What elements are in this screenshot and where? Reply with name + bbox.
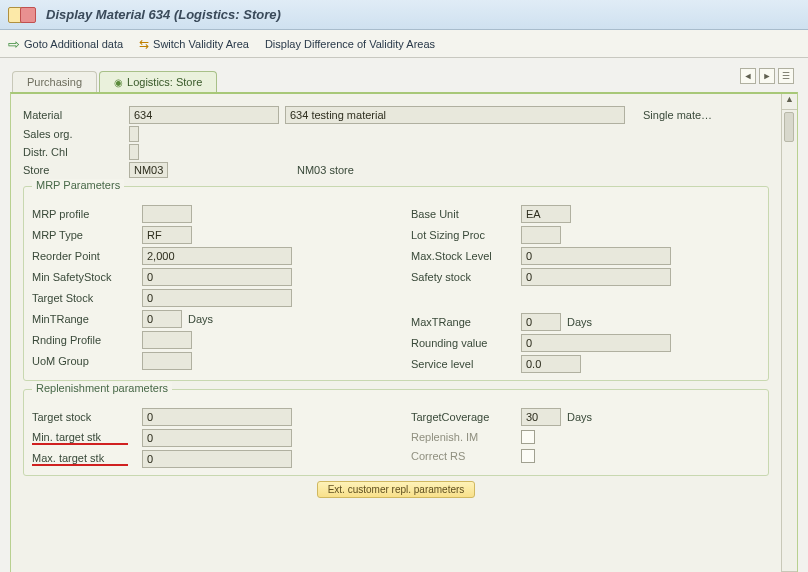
store-name: NM03 store — [285, 164, 625, 176]
mrp-group-title: MRP Parameters — [32, 179, 124, 191]
mrp-right-col: Base UnitEA Lot Sizing Proc Max.Stock Le… — [411, 205, 760, 376]
active-dot-icon: ◉ — [114, 77, 123, 88]
max-stock-field[interactable]: 0 — [521, 247, 671, 265]
target-coverage-field[interactable]: 30 — [521, 408, 561, 426]
repl-group-title: Replenishment parameters — [32, 382, 172, 394]
diff-label: Display Difference of Validity Areas — [265, 38, 435, 50]
safety-stock-field[interactable]: 0 — [521, 268, 671, 286]
material-desc-field[interactable]: 634 testing material — [285, 106, 625, 124]
sales-org-label: Sales org. — [23, 126, 123, 142]
swap-icon: ⇆ — [139, 37, 149, 51]
scrollbar-vertical[interactable]: ▲ ▼ — [781, 94, 797, 572]
distr-chl-label: Distr. Chl — [23, 144, 123, 160]
service-level-field[interactable]: 0.0 — [521, 355, 581, 373]
single-indicator: Single mate… — [631, 109, 769, 121]
header-grid: Material 634 634 testing material Single… — [23, 106, 769, 178]
days-unit-2: Days — [567, 316, 592, 328]
store-label: Store — [23, 162, 123, 178]
rounding-value-field[interactable]: 0 — [521, 334, 671, 352]
min-safety-field[interactable]: 0 — [142, 268, 292, 286]
replenish-im-label: Replenish. IM — [411, 429, 521, 445]
page-title: Display Material 634 (Logistics: Store) — [46, 7, 281, 22]
footer-area: Ext. customer repl. parameters — [23, 481, 769, 498]
max-target-stk-field[interactable]: 0 — [142, 450, 292, 468]
tab-next-button[interactable]: ► — [759, 68, 775, 84]
lot-sizing-field[interactable] — [521, 226, 561, 244]
rounding-value-label: Rounding value — [411, 335, 521, 351]
max-trange-field[interactable]: 0 — [521, 313, 561, 331]
lot-sizing-label: Lot Sizing Proc — [411, 227, 521, 243]
toolbar: ⇨ Goto Additional data ⇆ Switch Validity… — [0, 30, 808, 58]
max-trange-label: MaxTRange — [411, 314, 521, 330]
target-stock-label: Target Stock — [32, 290, 142, 306]
min-trange-label: MinTRange — [32, 311, 142, 327]
tab-purchasing[interactable]: Purchasing — [12, 71, 97, 92]
panel-content: Material 634 634 testing material Single… — [19, 102, 789, 502]
max-stock-label: Max.Stock Level — [411, 248, 521, 264]
min-target-stk-field[interactable]: 0 — [142, 429, 292, 447]
replenish-im-checkbox[interactable] — [521, 430, 535, 444]
main-panel: ▲ ▼ Material 634 634 testing material Si… — [10, 92, 798, 572]
arrow-right-icon: ⇨ — [8, 36, 20, 52]
correct-rs-label: Correct RS — [411, 448, 521, 464]
reorder-point-field[interactable]: 2,000 — [142, 247, 292, 265]
correct-rs-checkbox[interactable] — [521, 449, 535, 463]
tab-menu-button[interactable]: ☰ — [778, 68, 794, 84]
min-trange-field[interactable]: 0 — [142, 310, 182, 328]
days-unit-1: Days — [188, 313, 213, 325]
base-unit-label: Base Unit — [411, 206, 521, 222]
target-coverage-label: TargetCoverage — [411, 409, 521, 425]
goto-label: Goto Additional data — [24, 38, 123, 50]
max-target-stk-text: Max. target stk — [32, 452, 128, 466]
app-icons — [8, 7, 36, 23]
store-code-field[interactable]: NM03 — [129, 162, 168, 178]
switch-validity-button[interactable]: ⇆ Switch Validity Area — [139, 37, 249, 51]
tab-strip: Purchasing ◉Logistics: Store ◄ ► ☰ — [0, 66, 808, 92]
mrp-parameters-group: MRP Parameters MRP profile MRP TypeRF Re… — [23, 186, 769, 381]
replenishment-group: Replenishment parameters Target stock0 M… — [23, 389, 769, 476]
scroll-thumb[interactable] — [784, 112, 794, 142]
repl-left-col: Target stock0 Min. target stk0 Max. targ… — [32, 408, 381, 471]
distr-chl-field[interactable] — [129, 144, 139, 160]
mrp-type-field[interactable]: RF — [142, 226, 192, 244]
days-unit-3: Days — [567, 411, 592, 423]
sales-org-field[interactable] — [129, 126, 139, 142]
mrp-type-label: MRP Type — [32, 227, 142, 243]
repl-target-stock-field[interactable]: 0 — [142, 408, 292, 426]
base-unit-field[interactable]: EA — [521, 205, 571, 223]
min-target-stk-label: Min. target stk — [32, 429, 142, 447]
min-safety-label: Min SafetyStock — [32, 269, 142, 285]
app-icon-2 — [20, 7, 36, 23]
rnding-profile-field[interactable] — [142, 331, 192, 349]
mrp-profile-label: MRP profile — [32, 206, 142, 222]
material-number-field[interactable]: 634 — [129, 106, 279, 124]
switch-label: Switch Validity Area — [153, 38, 249, 50]
mrp-profile-field[interactable] — [142, 205, 192, 223]
tab-logistics-store[interactable]: ◉Logistics: Store — [99, 71, 217, 92]
ext-customer-repl-button[interactable]: Ext. customer repl. parameters — [317, 481, 476, 498]
material-label: Material — [23, 107, 123, 123]
tab-nav: ◄ ► ☰ — [740, 68, 794, 84]
safety-stock-label: Safety stock — [411, 269, 521, 285]
title-bar: Display Material 634 (Logistics: Store) — [0, 0, 808, 30]
service-level-label: Service level — [411, 356, 521, 372]
max-target-stk-label: Max. target stk — [32, 450, 142, 468]
repl-right-col: TargetCoverage30Days Replenish. IM Corre… — [411, 408, 760, 471]
scroll-up-button[interactable]: ▲ — [782, 94, 797, 110]
display-difference-button[interactable]: Display Difference of Validity Areas — [265, 38, 435, 50]
repl-target-stock-label: Target stock — [32, 409, 142, 425]
goto-additional-data-button[interactable]: ⇨ Goto Additional data — [8, 36, 123, 52]
tab-prev-button[interactable]: ◄ — [740, 68, 756, 84]
uom-group-label: UoM Group — [32, 353, 142, 369]
reorder-point-label: Reorder Point — [32, 248, 142, 264]
target-stock-field[interactable]: 0 — [142, 289, 292, 307]
min-target-stk-text: Min. target stk — [32, 431, 128, 445]
uom-group-field[interactable] — [142, 352, 192, 370]
mrp-left-col: MRP profile MRP TypeRF Reorder Point2,00… — [32, 205, 381, 376]
rnding-profile-label: Rnding Profile — [32, 332, 142, 348]
